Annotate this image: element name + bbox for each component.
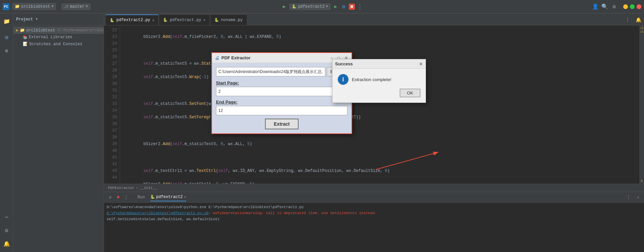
tab-more-icon[interactable]: ⋮ xyxy=(622,14,633,25)
sidebar-icon-plugins[interactable]: ⊕ xyxy=(1,46,12,56)
pdf-file-input[interactable] xyxy=(216,67,325,76)
console-link[interactable]: E:\PycharmSpace\orclblobtest\pdfextract2… xyxy=(107,211,209,215)
bottom-content: D:\softwares\Anaconda3\envs\yolov8\pytho… xyxy=(104,203,644,252)
success-ok-button[interactable]: OK xyxy=(400,89,420,97)
tree-item-project[interactable]: ▶ 📁 orclblobtest E:\PycharmSpace\orclblo xyxy=(13,27,104,34)
pdf-dialog-titlebar: 🖨 PDF Extractor − □ ✕ xyxy=(212,53,352,63)
success-body: i Extraction complete! OK xyxy=(332,69,426,103)
sidebar-icon-project[interactable]: 📁 xyxy=(1,16,12,27)
bottom-tab-run[interactable]: Run xyxy=(138,194,145,201)
success-title: Success xyxy=(335,61,353,66)
project-folder-name: orclblobtest xyxy=(26,28,55,33)
title-bar: PC 📁 orclblobtest ▼ ⎇ master ▼ ▶ 🐍 pdfex… xyxy=(0,0,644,13)
tab-pdfextract2[interactable]: 🐍 pdfextract2.py ✕ xyxy=(105,14,159,25)
lib-icon: 📚 xyxy=(23,35,28,40)
sidebar-icon-notifications[interactable]: 🔔 xyxy=(1,239,12,249)
editor-area: 🐍 pdfextract2.py ✕ 🐍 pdfextract.py ✕ 🐍 n… xyxy=(104,13,644,252)
run-green-icon[interactable]: ▶ xyxy=(333,4,339,10)
sidebar-icons: 📁 ⊞ ⊕ ⋯ ⚙ 🔔 xyxy=(0,13,13,252)
pdf-extractor-dialog[interactable]: 🖨 PDF Extractor − □ ✕ Browse Start Page: xyxy=(211,52,352,134)
notification-bell-icon[interactable]: 🔔 xyxy=(633,14,644,25)
bottom-toolbar: ⋮ ↗ xyxy=(625,194,641,201)
external-libraries-label: External Libraries xyxy=(29,35,72,40)
user-icon[interactable]: 👤 xyxy=(592,4,598,10)
tab-pdfextract[interactable]: 🐍 pdfextract.py ✕ xyxy=(159,14,210,25)
tab-label-3: noname.py xyxy=(221,18,243,22)
pdf-file-row: Browse xyxy=(216,67,347,76)
project-badge[interactable]: 📁 orclblobtest ▼ xyxy=(12,3,56,10)
breadcrumb-item-2: __init__ xyxy=(140,186,157,190)
error-indicator: △ xyxy=(639,178,644,184)
code-editor: 2223242526 2728293031 3233343536 3738394… xyxy=(104,25,644,184)
maximize-button[interactable] xyxy=(630,4,635,9)
run-more-icon[interactable]: ⋮ xyxy=(123,194,129,201)
search-icon[interactable]: 🔍 xyxy=(602,4,608,10)
bottom-tabs: ↺ ■ ⋮ Run 🐍 pdfextract2 ✕ ⋮ ↗ xyxy=(104,192,644,203)
tree-item-scratches[interactable]: 📝 Scratches and Consoles xyxy=(13,41,104,48)
bottom-more-icon[interactable]: ⋮ xyxy=(625,194,632,201)
folder-arrow-icon: ▶ xyxy=(16,28,18,33)
success-icon-text: i xyxy=(342,76,344,83)
run-stop-icon[interactable]: ■ xyxy=(115,194,121,201)
scratches-icon: 📝 xyxy=(23,42,28,47)
success-dialog[interactable]: Success ✕ i Extraction complete! OK xyxy=(332,59,426,103)
run-cycle-icon[interactable]: ↺ xyxy=(107,194,113,201)
title-bar-left: PC 📁 orclblobtest ▼ ⎇ master ▼ xyxy=(3,3,281,10)
folder-icon: 📁 xyxy=(20,28,25,33)
pdf-extract-button[interactable]: Extract xyxy=(265,119,299,129)
app-logo: PC xyxy=(3,3,9,10)
tab-bar: 🐍 pdfextract2.py ✕ 🐍 pdfextract.py ✕ 🐍 n… xyxy=(104,13,644,25)
py-icon-2: 🐍 xyxy=(163,18,168,22)
bottom-tab-pdfextract2[interactable]: 🐍 pdfextract2 ✕ xyxy=(150,193,186,201)
success-info-row: i Extraction complete! xyxy=(338,74,420,85)
sidebar-icon-more[interactable]: ⋯ xyxy=(1,212,12,223)
tab-close-2[interactable]: ✕ xyxy=(203,18,206,22)
title-bar-center: ▶ 🐍 pdfextract2 ▼ ▶ ⚙ ■ ⋮ xyxy=(281,3,363,10)
branch-badge[interactable]: ⎇ master ▼ xyxy=(61,3,90,10)
success-titlebar: Success ✕ xyxy=(332,59,426,69)
pdf-dialog-title: PDF Extractor xyxy=(221,55,327,60)
tab-close-1[interactable]: ✕ xyxy=(152,18,155,22)
success-close-button[interactable]: ✕ xyxy=(419,61,423,67)
tab-noname[interactable]: 🐍 noname.py xyxy=(210,14,247,25)
settings-icon[interactable]: ⚙ xyxy=(341,4,347,10)
breadcrumb-bar: PDFExtractor › __init__ xyxy=(104,184,644,192)
minimize-button[interactable] xyxy=(623,4,628,9)
project-panel: Project ▼ ▶ 📁 orclblobtest E:\PycharmSpa… xyxy=(13,13,104,252)
bottom-expand-icon[interactable]: ↗ xyxy=(635,194,641,201)
sidebar-icon-structure[interactable]: ⊞ xyxy=(1,32,12,43)
sidebar-icon-settings[interactable]: ⚙ xyxy=(1,225,12,236)
more-vert-icon[interactable]: ⋮ xyxy=(357,4,363,10)
title-bar-right: 👤 🔍 ⚙ xyxy=(363,4,641,10)
stop-icon[interactable]: ■ xyxy=(349,4,355,10)
scratches-label: Scratches and Consoles xyxy=(29,42,82,47)
editor-scrollbar[interactable]: ⚠1 ⚠1 △ xyxy=(639,25,644,184)
py-icon-3: 🐍 xyxy=(214,18,219,22)
pdf-end-page-label: End Page: xyxy=(216,100,347,105)
success-message: Extraction complete! xyxy=(352,77,391,82)
pdf-dialog-icon: 🖨 xyxy=(215,55,219,61)
console-line-1: D:\softwares\Anaconda3\envs\yolov8\pytho… xyxy=(107,204,641,210)
project-name: orclblobtest xyxy=(21,4,50,9)
line-numbers: 2223242526 2728293031 3233343536 3738394… xyxy=(104,25,120,184)
close-button[interactable] xyxy=(637,4,641,9)
pdf-start-page-label: Start Page: xyxy=(216,80,347,85)
console-line-3: self.SetSizeHintsSz(wx.DefaultSize, wx.D… xyxy=(107,216,641,222)
breadcrumb-item-1: PDFExtractor xyxy=(108,186,135,190)
pdf-start-page-input[interactable] xyxy=(216,87,347,96)
tree-item-extlibs[interactable]: 📚 External Libraries xyxy=(13,34,104,41)
code-content[interactable]: bSizer2.Add(self.m_filePicker2, 0, wx.AL… xyxy=(120,25,639,184)
project-header: Project ▼ xyxy=(13,13,104,25)
pdf-end-page-input[interactable] xyxy=(216,106,347,115)
bottom-panel: ↺ ■ ⋮ Run 🐍 pdfextract2 ✕ ⋮ ↗ D:\s xyxy=(104,192,644,252)
run-icon[interactable]: ▶ xyxy=(281,4,287,10)
breadcrumb-sep-1: › xyxy=(136,186,138,190)
success-info-icon: i xyxy=(338,74,348,85)
pdf-dialog-body: Browse Start Page: End Page: Extract xyxy=(212,63,352,133)
project-tree: ▶ 📁 orclblobtest E:\PycharmSpace\orclblo… xyxy=(13,25,104,252)
run-config[interactable]: 🐍 pdfextract2 ▼ xyxy=(289,3,330,10)
settings-gear-icon[interactable]: ⚙ xyxy=(611,4,617,10)
warning-indicator: ⚠1 ⚠1 xyxy=(639,25,644,34)
project-label: Project xyxy=(16,17,33,22)
bottom-tab-close[interactable]: ✕ xyxy=(184,195,186,199)
